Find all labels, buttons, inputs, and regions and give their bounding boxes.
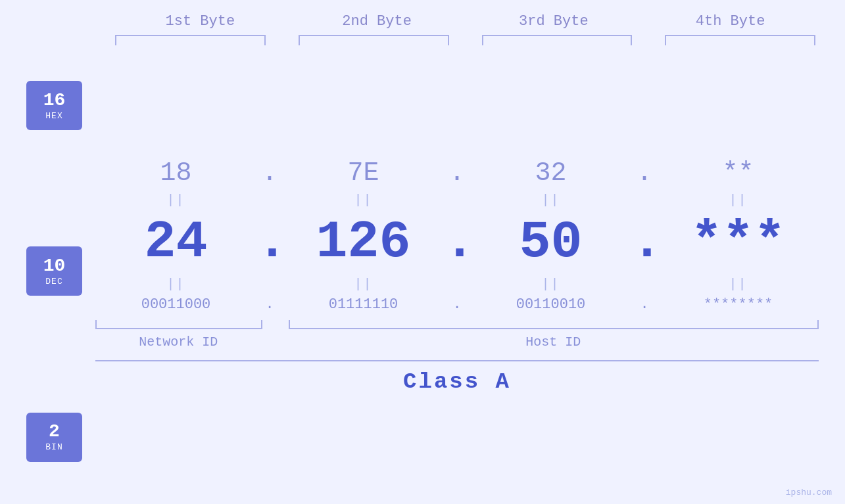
equals-5: ||: [95, 277, 256, 292]
dec-row: 24 . 126 . 50 . ***: [95, 209, 819, 275]
dot-1: .: [256, 158, 283, 188]
bin-dot-1: .: [256, 296, 283, 313]
dec-badge: 10 DEC: [26, 246, 82, 296]
hex-row: 18 . 7E . 32 . **: [95, 155, 819, 191]
equals-1: ||: [95, 193, 256, 208]
labels-column: 16 HEX 10 DEC 2 BIN: [26, 52, 82, 497]
bin-val-2: 01111110: [283, 296, 444, 313]
bin-badge: 2 BIN: [26, 413, 82, 462]
equals-row-1: || || || ||: [95, 191, 819, 209]
watermark: ipshu.com: [786, 488, 832, 497]
equals-4: ||: [658, 193, 819, 208]
bin-val-3: 00110010: [470, 296, 631, 313]
byte-header-2: 2nd Byte: [289, 13, 466, 35]
host-id-label: Host ID: [287, 334, 819, 350]
equals-3: ||: [470, 193, 631, 208]
bracket-4: [665, 35, 815, 45]
dec-dot-3: .: [631, 212, 658, 272]
network-bracket: [95, 320, 262, 329]
bin-row: 00011000 . 01111110 . 00110010 . *******…: [95, 293, 819, 316]
bin-val-1: 00011000: [95, 296, 256, 313]
equals-7: ||: [470, 277, 631, 292]
dot-3: .: [631, 158, 658, 188]
hex-val-1: 18: [95, 158, 256, 188]
class-label: Class A: [95, 369, 819, 394]
hex-val-3: 32: [470, 158, 631, 188]
dec-val-2: 126: [283, 212, 444, 272]
hex-val-4: **: [658, 158, 819, 188]
equals-row-2: || || || ||: [95, 275, 819, 293]
equals-2: ||: [283, 193, 444, 208]
network-id-label: Network ID: [95, 334, 261, 350]
dec-dot-2: .: [444, 212, 470, 272]
dec-val-3: 50: [470, 212, 631, 272]
hex-val-2: 7E: [283, 158, 444, 188]
bracket-1: [115, 35, 266, 45]
dec-dot-1: .: [256, 212, 283, 272]
dot-2: .: [444, 158, 470, 188]
bin-dot-2: .: [444, 296, 470, 313]
dec-val-1: 24: [95, 212, 256, 272]
byte-header-3: 3rd Byte: [466, 13, 642, 35]
bracket-2: [299, 35, 449, 45]
class-section: Class A: [95, 360, 819, 394]
equals-8: ||: [658, 277, 819, 292]
hex-badge: 16 HEX: [26, 81, 82, 130]
dec-val-4: ***: [658, 212, 819, 272]
class-top-border: [95, 360, 819, 361]
main-container: 1st Byte 2nd Byte 3rd Byte 4th Byte 16 H…: [0, 0, 845, 504]
byte-header-1: 1st Byte: [112, 13, 289, 35]
bin-val-4: ********: [658, 296, 819, 313]
bin-dot-3: .: [631, 296, 658, 313]
host-bracket: [289, 320, 819, 329]
equals-6: ||: [283, 277, 444, 292]
byte-header-4: 4th Byte: [642, 13, 819, 35]
bracket-3: [482, 35, 633, 45]
